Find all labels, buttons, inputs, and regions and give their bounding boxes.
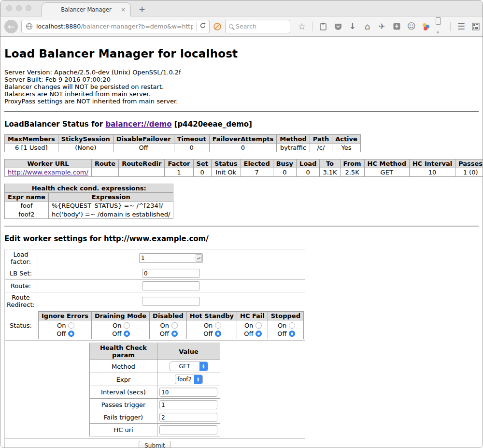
load-factor-input[interactable] xyxy=(141,255,196,261)
minimize-window-button[interactable] xyxy=(16,5,22,11)
hc-fail-on-radio[interactable] xyxy=(256,322,262,329)
url-text[interactable]: localhost:8880/balancer-manager?b=demo&w… xyxy=(36,23,193,30)
col-to: To xyxy=(320,159,340,168)
divider-1 xyxy=(4,111,479,112)
col-maxmembers: MaxMembers xyxy=(5,135,58,144)
col-routeredir: RouteRedir xyxy=(119,159,165,168)
hc-fail-off-radio[interactable] xyxy=(256,331,262,337)
on-label: On xyxy=(111,321,121,330)
ignore-errors-on-radio[interactable] xyxy=(68,322,74,329)
tab-balancer-manager[interactable]: Balancer Manager × xyxy=(42,2,131,16)
cell-active: Yes xyxy=(332,144,361,152)
home-icon[interactable]: ⌂ xyxy=(363,22,371,31)
route-input[interactable] xyxy=(142,281,200,290)
col-worker-url: Worker URL xyxy=(5,159,92,168)
url-bar[interactable]: localhost:8880/balancer-manager?b=demo&w… xyxy=(21,20,210,33)
stepper-arrows-icon[interactable]: ▲▼ xyxy=(196,254,202,262)
draining-mode-off-radio[interactable] xyxy=(124,331,130,337)
tab-title: Balancer Manager xyxy=(61,6,112,13)
ignore-errors-off-radio[interactable] xyxy=(68,331,74,337)
zoom-window-button[interactable] xyxy=(26,5,31,11)
edit-worker-heading: Edit worker settings for http://www.exam… xyxy=(4,234,479,243)
stopped-off-radio[interactable] xyxy=(289,331,295,337)
urlbar-divider xyxy=(196,22,197,31)
off-label: Off xyxy=(55,330,66,338)
on-label: On xyxy=(242,321,253,330)
worker-header-row: Worker URL Route RouteRedir Factor Set S… xyxy=(5,159,483,168)
col-hc-fail: HC Fail xyxy=(237,312,268,320)
heading-suffix: [p4420eeae_demo] xyxy=(172,120,252,129)
device-sync-icon[interactable]: ▾ xyxy=(436,17,444,36)
info-inherit: Balancers are NOT inherited from main se… xyxy=(4,90,479,98)
lb-set-input[interactable] xyxy=(142,269,200,278)
hot-standby-off-radio[interactable] xyxy=(215,331,221,337)
col-hc-param: Health Check param xyxy=(90,343,157,360)
disabled-on-radio[interactable] xyxy=(171,322,178,329)
hc-fails-input[interactable] xyxy=(159,413,217,422)
page-content: Load Balancer Manager for localhost Serv… xyxy=(0,47,483,448)
dropbox-square-icon[interactable] xyxy=(393,22,401,31)
disabled-off-radio[interactable] xyxy=(171,331,178,337)
hamburger-menu-icon[interactable]: ☰ xyxy=(457,22,465,31)
hot-standby-on-radio[interactable] xyxy=(215,322,221,329)
hc-row-passes: Passes trigger xyxy=(90,399,220,411)
cell-route xyxy=(91,168,118,177)
stopped-on-radio[interactable] xyxy=(289,322,295,329)
col-failoverattempts: FailoverAttempts xyxy=(209,135,277,144)
cell-path: /c/ xyxy=(310,144,332,152)
col-disablefailover: DisableFailover xyxy=(113,135,174,144)
on-label: On xyxy=(158,321,169,330)
pocket-icon[interactable] xyxy=(334,22,342,31)
cell-disablefailover: Off xyxy=(113,144,174,152)
load-factor-stepper[interactable]: ▲▼ xyxy=(139,253,203,263)
edit-worker-form: Load factor: ▲▼ LB Set: Route: Route Red… xyxy=(4,249,305,448)
route-redirect-input[interactable] xyxy=(142,297,200,306)
disabled-radios: On Off xyxy=(150,320,187,339)
expr-value-foof2: hc('body') =~ /domain is established/ xyxy=(48,210,173,219)
submit-button[interactable]: Submit xyxy=(139,441,171,448)
hc-expr-select[interactable]: foof2▲▼ xyxy=(175,375,203,384)
url-host: localhost:8880 xyxy=(36,23,81,30)
hc-method-select[interactable]: GET▲▼ xyxy=(170,361,208,371)
form-row-status: Status: Ignore Errors Draining Mode Disa… xyxy=(5,310,305,341)
balancer-demo-link[interactable]: balancer://demo xyxy=(105,120,171,129)
tab-close-icon[interactable]: × xyxy=(121,6,126,13)
content-block-icon[interactable] xyxy=(213,22,222,31)
search-bar[interactable]: Search xyxy=(225,20,290,33)
hc-interval-input[interactable] xyxy=(159,388,217,397)
col-method: Method xyxy=(277,135,310,144)
worker-url-link[interactable]: http://www.example.com/ xyxy=(8,169,88,176)
cell-elected: 7 xyxy=(241,168,273,177)
draining-mode-on-radio[interactable] xyxy=(124,322,130,329)
cell-method: bytraffic xyxy=(277,144,310,152)
search-icon xyxy=(229,24,233,29)
reload-icon[interactable] xyxy=(199,22,206,31)
send-plane-icon[interactable]: ✈ xyxy=(378,22,386,31)
col-set: Set xyxy=(193,159,211,168)
colored-dots-extension-icon[interactable] xyxy=(422,23,430,30)
col-busy: Busy xyxy=(273,159,296,168)
server-built: Server Built: Feb 9 2016 07:00:20 xyxy=(4,76,479,83)
hc-uri-input[interactable] xyxy=(159,425,217,434)
col-stickysession: StickySession xyxy=(58,135,113,144)
stopped-radios: On Off xyxy=(268,320,303,339)
grid-tiles-icon[interactable] xyxy=(472,22,480,31)
expr-row-foof2: foof2 hc('body') =~ /domain is establish… xyxy=(5,210,173,219)
draining-mode-radios: On Off xyxy=(91,320,149,339)
expr-value-foof: %{REQUEST_STATUS} =~ /^[234]/ xyxy=(48,202,173,210)
cell-busy: 0 xyxy=(273,168,296,177)
hc-passes-input[interactable] xyxy=(159,400,217,409)
close-window-button[interactable] xyxy=(6,5,12,11)
downloads-icon[interactable]: ↓ xyxy=(348,22,356,31)
col-timeout: Timeout xyxy=(174,135,209,144)
page-title: Load Balancer Manager for localhost xyxy=(4,47,479,60)
back-button[interactable]: ← xyxy=(4,20,18,33)
bookmark-star-icon[interactable]: ☆ xyxy=(298,22,306,31)
bookmarks-clipboard-icon[interactable] xyxy=(319,22,327,31)
window-controls[interactable] xyxy=(6,5,31,11)
balancer-status-heading: LoadBalancer Status for balancer://demo … xyxy=(4,120,479,129)
new-tab-button[interactable]: + xyxy=(139,4,145,14)
col-load: Load xyxy=(297,159,320,168)
smiley-icon[interactable]: ☺ xyxy=(407,22,416,31)
off-label: Off xyxy=(111,330,121,338)
